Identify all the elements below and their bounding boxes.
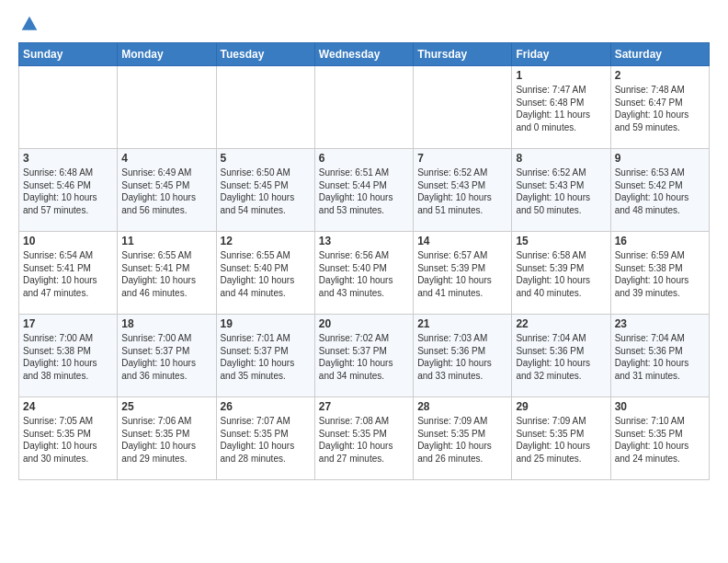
day-info: Sunrise: 7:04 AM Sunset: 5:36 PM Dayligh… bbox=[615, 332, 705, 382]
day-cell: 18Sunrise: 7:00 AM Sunset: 5:37 PM Dayli… bbox=[118, 315, 216, 397]
day-number: 18 bbox=[121, 317, 211, 330]
day-cell: 19Sunrise: 7:01 AM Sunset: 5:37 PM Dayli… bbox=[216, 315, 314, 397]
day-number: 10 bbox=[23, 235, 113, 247]
day-cell: 1Sunrise: 7:47 AM Sunset: 6:48 PM Daylig… bbox=[512, 66, 610, 149]
day-number: 25 bbox=[121, 400, 211, 413]
day-number: 29 bbox=[516, 400, 606, 413]
day-cell: 3Sunrise: 6:48 AM Sunset: 5:46 PM Daylig… bbox=[19, 149, 118, 232]
day-cell: 13Sunrise: 6:56 AM Sunset: 5:40 PM Dayli… bbox=[314, 232, 413, 315]
day-cell: 11Sunrise: 6:55 AM Sunset: 5:41 PM Dayli… bbox=[118, 232, 216, 315]
day-info: Sunrise: 7:08 AM Sunset: 5:35 PM Dayligh… bbox=[319, 415, 409, 465]
day-info: Sunrise: 7:47 AM Sunset: 6:48 PM Dayligh… bbox=[516, 84, 606, 133]
day-info: Sunrise: 6:55 AM Sunset: 5:41 PM Dayligh… bbox=[121, 249, 211, 299]
day-info: Sunrise: 6:55 AM Sunset: 5:40 PM Dayligh… bbox=[221, 249, 311, 299]
day-number: 28 bbox=[417, 400, 507, 413]
day-cell: 15Sunrise: 6:58 AM Sunset: 5:39 PM Dayli… bbox=[512, 232, 610, 315]
day-info: Sunrise: 6:57 AM Sunset: 5:39 PM Dayligh… bbox=[417, 249, 507, 299]
day-info: Sunrise: 7:09 AM Sunset: 5:35 PM Dayligh… bbox=[417, 415, 507, 465]
day-number: 26 bbox=[221, 400, 311, 413]
day-info: Sunrise: 6:58 AM Sunset: 5:39 PM Dayligh… bbox=[516, 249, 606, 299]
day-cell: 25Sunrise: 7:06 AM Sunset: 5:35 PM Dayli… bbox=[118, 397, 216, 480]
day-cell: 10Sunrise: 6:54 AM Sunset: 5:41 PM Dayli… bbox=[19, 232, 118, 315]
day-number: 9 bbox=[615, 152, 705, 165]
week-row-3: 10Sunrise: 6:54 AM Sunset: 5:41 PM Dayli… bbox=[19, 232, 710, 315]
day-cell: 26Sunrise: 7:07 AM Sunset: 5:35 PM Dayli… bbox=[216, 397, 314, 480]
day-number: 19 bbox=[221, 317, 311, 330]
day-cell: 24Sunrise: 7:05 AM Sunset: 5:35 PM Dayli… bbox=[19, 397, 118, 480]
day-number: 13 bbox=[319, 235, 409, 247]
day-number: 3 bbox=[23, 152, 113, 165]
day-number: 21 bbox=[417, 317, 507, 330]
col-header-saturday: Saturday bbox=[610, 43, 709, 66]
day-cell bbox=[216, 66, 314, 149]
day-number: 1 bbox=[516, 69, 606, 82]
day-number: 23 bbox=[615, 317, 705, 330]
day-info: Sunrise: 6:54 AM Sunset: 5:41 PM Dayligh… bbox=[23, 249, 113, 299]
day-cell bbox=[314, 66, 413, 149]
day-info: Sunrise: 7:04 AM Sunset: 5:36 PM Dayligh… bbox=[516, 332, 606, 382]
col-header-monday: Monday bbox=[118, 43, 216, 66]
day-number: 30 bbox=[615, 400, 705, 413]
day-number: 14 bbox=[417, 235, 507, 247]
week-row-5: 24Sunrise: 7:05 AM Sunset: 5:35 PM Dayli… bbox=[19, 397, 710, 480]
day-cell: 4Sunrise: 6:49 AM Sunset: 5:45 PM Daylig… bbox=[118, 149, 216, 232]
day-info: Sunrise: 7:02 AM Sunset: 5:37 PM Dayligh… bbox=[319, 332, 409, 382]
day-cell: 8Sunrise: 6:52 AM Sunset: 5:43 PM Daylig… bbox=[512, 149, 610, 232]
day-cell: 2Sunrise: 7:48 AM Sunset: 6:47 PM Daylig… bbox=[610, 66, 709, 149]
day-info: Sunrise: 7:10 AM Sunset: 5:35 PM Dayligh… bbox=[615, 415, 705, 465]
day-info: Sunrise: 6:59 AM Sunset: 5:38 PM Dayligh… bbox=[615, 249, 705, 299]
day-info: Sunrise: 6:53 AM Sunset: 5:42 PM Dayligh… bbox=[615, 167, 705, 216]
day-number: 16 bbox=[615, 235, 705, 247]
day-info: Sunrise: 7:03 AM Sunset: 5:36 PM Dayligh… bbox=[417, 332, 507, 382]
day-number: 24 bbox=[23, 400, 113, 413]
day-cell: 20Sunrise: 7:02 AM Sunset: 5:37 PM Dayli… bbox=[314, 315, 413, 397]
day-cell: 30Sunrise: 7:10 AM Sunset: 5:35 PM Dayli… bbox=[610, 397, 709, 480]
col-header-friday: Friday bbox=[512, 43, 610, 66]
day-info: Sunrise: 7:06 AM Sunset: 5:35 PM Dayligh… bbox=[121, 415, 211, 465]
calendar-table: SundayMondayTuesdayWednesdayThursdayFrid… bbox=[18, 42, 710, 480]
day-number: 4 bbox=[121, 152, 211, 165]
day-cell: 17Sunrise: 7:00 AM Sunset: 5:38 PM Dayli… bbox=[19, 315, 118, 397]
day-info: Sunrise: 7:05 AM Sunset: 5:35 PM Dayligh… bbox=[23, 415, 113, 465]
header bbox=[18, 15, 710, 33]
col-header-sunday: Sunday bbox=[19, 43, 118, 66]
day-number: 2 bbox=[615, 69, 705, 82]
day-cell: 21Sunrise: 7:03 AM Sunset: 5:36 PM Dayli… bbox=[414, 315, 512, 397]
day-number: 5 bbox=[221, 152, 311, 165]
day-cell: 9Sunrise: 6:53 AM Sunset: 5:42 PM Daylig… bbox=[610, 149, 709, 232]
day-info: Sunrise: 7:07 AM Sunset: 5:35 PM Dayligh… bbox=[221, 415, 311, 465]
day-cell: 16Sunrise: 6:59 AM Sunset: 5:38 PM Dayli… bbox=[610, 232, 709, 315]
day-info: Sunrise: 6:48 AM Sunset: 5:46 PM Dayligh… bbox=[23, 167, 113, 216]
day-info: Sunrise: 7:01 AM Sunset: 5:37 PM Dayligh… bbox=[221, 332, 311, 382]
day-cell: 5Sunrise: 6:50 AM Sunset: 5:45 PM Daylig… bbox=[216, 149, 314, 232]
day-number: 6 bbox=[319, 152, 409, 165]
day-number: 22 bbox=[516, 317, 606, 330]
week-row-2: 3Sunrise: 6:48 AM Sunset: 5:46 PM Daylig… bbox=[19, 149, 710, 232]
header-row: SundayMondayTuesdayWednesdayThursdayFrid… bbox=[19, 43, 710, 66]
day-info: Sunrise: 6:52 AM Sunset: 5:43 PM Dayligh… bbox=[516, 167, 606, 216]
svg-marker-0 bbox=[22, 17, 38, 30]
day-number: 15 bbox=[516, 235, 606, 247]
day-number: 20 bbox=[319, 317, 409, 330]
logo-icon bbox=[20, 15, 39, 33]
day-info: Sunrise: 6:51 AM Sunset: 5:44 PM Dayligh… bbox=[319, 167, 409, 216]
day-number: 7 bbox=[417, 152, 507, 165]
week-row-1: 1Sunrise: 7:47 AM Sunset: 6:48 PM Daylig… bbox=[19, 66, 710, 149]
day-cell: 23Sunrise: 7:04 AM Sunset: 5:36 PM Dayli… bbox=[610, 315, 709, 397]
col-header-wednesday: Wednesday bbox=[314, 43, 413, 66]
day-info: Sunrise: 7:48 AM Sunset: 6:47 PM Dayligh… bbox=[615, 84, 705, 133]
day-number: 8 bbox=[516, 152, 606, 165]
day-cell: 27Sunrise: 7:08 AM Sunset: 5:35 PM Dayli… bbox=[314, 397, 413, 480]
day-cell: 12Sunrise: 6:55 AM Sunset: 5:40 PM Dayli… bbox=[216, 232, 314, 315]
day-cell bbox=[19, 66, 118, 149]
day-cell bbox=[414, 66, 512, 149]
page: SundayMondayTuesdayWednesdayThursdayFrid… bbox=[0, 0, 728, 489]
day-cell: 29Sunrise: 7:09 AM Sunset: 5:35 PM Dayli… bbox=[512, 397, 610, 480]
day-info: Sunrise: 6:52 AM Sunset: 5:43 PM Dayligh… bbox=[417, 167, 507, 216]
day-number: 12 bbox=[221, 235, 311, 247]
day-number: 11 bbox=[121, 235, 211, 247]
day-cell: 14Sunrise: 6:57 AM Sunset: 5:39 PM Dayli… bbox=[414, 232, 512, 315]
day-cell: 28Sunrise: 7:09 AM Sunset: 5:35 PM Dayli… bbox=[414, 397, 512, 480]
day-info: Sunrise: 6:56 AM Sunset: 5:40 PM Dayligh… bbox=[319, 249, 409, 299]
day-number: 17 bbox=[23, 317, 113, 330]
